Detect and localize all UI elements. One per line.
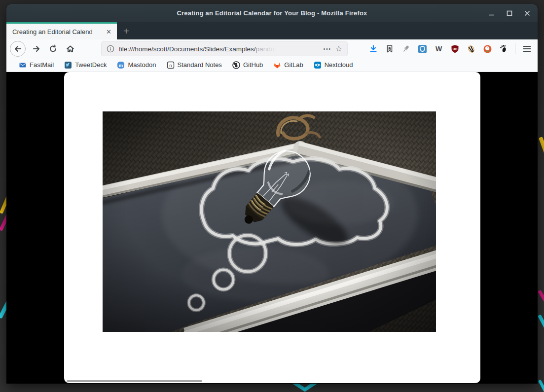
minimize-icon[interactable] (486, 8, 497, 19)
desktop: Creating an Editorial Calendar for Your … (0, 0, 544, 392)
tab-close-icon[interactable]: ✕ (104, 27, 113, 36)
svg-text:W: W (435, 45, 442, 53)
notes-icon: n (167, 61, 175, 69)
svg-text:m: m (119, 62, 123, 68)
bookmark-github[interactable]: GitHub (232, 61, 263, 69)
gnome-foot-icon[interactable] (498, 43, 509, 55)
maximize-icon[interactable] (504, 8, 515, 19)
menu-icon[interactable] (521, 43, 533, 55)
tab-active[interactable]: Creating an Editorial Calend ✕ (6, 22, 117, 39)
home-button[interactable] (62, 41, 78, 57)
slide-photo (103, 111, 436, 332)
forward-icon (32, 44, 41, 53)
github-icon (232, 61, 240, 69)
bookmark-standard-notes[interactable]: n Standard Notes (167, 61, 222, 69)
bird-icon (64, 61, 72, 69)
envelope-icon (19, 61, 27, 69)
tab-bar: Creating an Editorial Calend ✕ + (6, 22, 538, 39)
url-bar[interactable]: file:///home/scott/Documents/Slides/Exam… (101, 41, 348, 56)
bookmark-star-icon[interactable]: ☆ (335, 45, 342, 53)
bookmark-mastodon[interactable]: m Mastodon (117, 61, 156, 69)
duckduckgo-icon[interactable] (481, 43, 493, 55)
window-titlebar[interactable]: Creating an Editorial Calendar for Your … (6, 4, 538, 22)
slide-card (64, 72, 480, 383)
wallpaper-streak (539, 137, 544, 160)
window-title: Creating an Editorial Calendar for Your … (177, 9, 367, 17)
bookmark-gitlab[interactable]: GitLab (273, 61, 303, 69)
bookmarks-ribbon-icon[interactable] (384, 43, 396, 55)
downloads-icon[interactable] (367, 43, 379, 55)
gitlab-fox-icon (273, 61, 281, 69)
home-icon (66, 44, 75, 53)
bookmarks-toolbar: FastMail TweetDeck m Mastodon n (6, 58, 538, 72)
wallpaper-streak (538, 290, 544, 308)
new-tab-button[interactable]: + (117, 22, 136, 39)
navigation-toolbar: file:///home/scott/Documents/Slides/Exam… (6, 39, 538, 58)
back-icon (13, 44, 22, 53)
reload-icon (49, 44, 58, 53)
firefox-window: Creating an Editorial Calendar for Your … (6, 4, 538, 384)
page-viewport (6, 72, 538, 384)
wallpaper-streak (538, 379, 544, 392)
bookmark-nextcloud[interactable]: Nextcloud (314, 61, 353, 69)
mastodon-icon: m (117, 61, 125, 69)
info-icon[interactable] (107, 45, 114, 53)
privacy-badger-icon[interactable] (465, 43, 477, 55)
bookmark-tweetdeck[interactable]: TweetDeck (64, 61, 107, 69)
pin-icon[interactable] (400, 43, 412, 55)
wallabag-icon[interactable]: W (433, 43, 444, 55)
ublock-origin-icon[interactable]: UO (449, 43, 461, 55)
toolbar-separator (515, 43, 515, 54)
back-button[interactable] (10, 41, 26, 57)
close-icon[interactable] (522, 8, 533, 19)
reload-button[interactable] (45, 41, 61, 57)
wallpaper-streak (538, 314, 544, 334)
page-actions-icon[interactable]: ••• (324, 46, 331, 52)
slide-progress-bar[interactable] (67, 380, 202, 382)
bookmark-fastmail[interactable]: FastMail (19, 61, 54, 69)
url-input[interactable]: file:///home/scott/Documents/Slides/Exam… (119, 45, 322, 53)
bitwarden-icon[interactable] (416, 43, 428, 55)
tab-title: Creating an Editorial Calend (12, 28, 104, 36)
svg-text:UO: UO (452, 47, 457, 50)
nextcloud-icon (314, 61, 322, 69)
svg-text:n: n (169, 62, 172, 68)
forward-button[interactable] (29, 41, 44, 57)
